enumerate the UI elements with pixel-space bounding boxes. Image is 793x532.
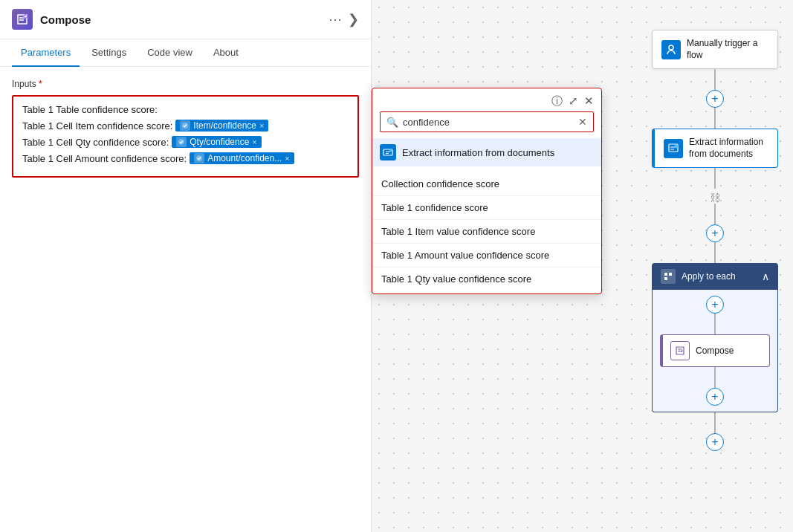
inputs-label: Inputs *: [12, 79, 359, 89]
node-extract-info[interactable]: Extract information from documents: [652, 129, 778, 168]
chip-close-3[interactable]: ×: [285, 154, 289, 163]
popup-list: Collection confidence score Table 1 conf…: [372, 169, 601, 293]
connector-5: [714, 242, 716, 263]
node-icon-manually-trigger: [661, 40, 681, 59]
apply-inner: + Compose +: [652, 290, 778, 412]
svg-rect-9: [664, 273, 667, 276]
svg-point-0: [23, 14, 27, 19]
popup-list-item-3[interactable]: Table 1 Amount value confidence score: [372, 244, 601, 267]
popup-list-item-4[interactable]: Table 1 Qty value confidence score: [372, 267, 601, 291]
search-input[interactable]: [403, 117, 574, 128]
search-bar[interactable]: 🔍 ✕: [380, 111, 594, 132]
row3-text: Table 1 Cell Qty confidence score:: [22, 137, 169, 148]
connector-3: [714, 168, 716, 189]
node-label-extract: Extract information from documents: [689, 137, 768, 160]
search-icon: 🔍: [386, 117, 398, 128]
chip-label-3: Amount/confiden...: [207, 153, 282, 163]
popup-list-item-0[interactable]: Collection confidence score: [372, 172, 601, 196]
close-popup-icon[interactable]: ✕: [584, 94, 594, 108]
svg-rect-11: [664, 277, 667, 280]
clear-search-icon[interactable]: ✕: [578, 116, 587, 128]
node-compose-inner[interactable]: Compose: [660, 334, 770, 367]
connector-4: [714, 204, 716, 224]
tabs-bar: Parameters Settings Code view About: [0, 39, 371, 67]
input-row-1: Table 1 Table confidence score:: [22, 104, 349, 115]
panel-header: Compose ⋯ ❯: [0, 0, 371, 39]
tab-about[interactable]: About: [204, 39, 247, 67]
chip-icon-2: [176, 137, 187, 147]
node-label-compose: Compose: [696, 346, 734, 357]
inputs-box[interactable]: Table 1 Table confidence score: Table 1 …: [12, 95, 359, 178]
svg-point-8: [675, 144, 679, 148]
connector-inner: [714, 314, 716, 334]
input-row-2: Table 1 Cell Item confidence score: Item…: [22, 120, 349, 132]
popup-header-icons: ⓘ ⤢ ✕: [551, 94, 594, 108]
compose-panel-icon: [12, 9, 33, 30]
add-btn-2[interactable]: +: [706, 224, 724, 242]
dropdown-popup: ⓘ ⤢ ✕ 🔍 ✕ Extract information from docum…: [372, 88, 602, 294]
chip-icon-3: [194, 153, 204, 163]
panel-content: Inputs * Table 1 Table confidence score:…: [0, 67, 371, 532]
popup-selected-item[interactable]: Extract information from documents: [372, 138, 601, 166]
flow-area: Manually trigger a flow + Extract inform…: [652, 30, 778, 451]
add-btn-1[interactable]: +: [706, 90, 724, 108]
tab-parameters[interactable]: Parameters: [12, 39, 80, 67]
svg-point-6: [669, 45, 673, 50]
svg-rect-10: [669, 273, 672, 276]
more-options-icon[interactable]: ⋯: [328, 13, 342, 26]
node-manually-trigger[interactable]: Manually trigger a flow: [652, 30, 778, 69]
apply-to-each-header[interactable]: Apply to each ∧: [652, 263, 778, 290]
row2-text: Table 1 Cell Item confidence score:: [22, 120, 172, 132]
popup-header: ⓘ ⤢ ✕: [372, 88, 601, 111]
svg-point-5: [389, 149, 392, 152]
panel-actions: ⋯ ❯: [328, 13, 359, 26]
node-icon-compose: [670, 341, 690, 360]
chip-label-1: Item/confidence: [193, 120, 256, 131]
connector-1: [714, 69, 716, 90]
connector-6: [714, 412, 716, 433]
add-btn-after-compose[interactable]: +: [706, 388, 724, 406]
row4-text: Table 1 Cell Amount confidence score:: [22, 153, 187, 164]
selected-item-icon: [380, 144, 396, 160]
row1-text: Table 1 Table confidence score:: [22, 104, 158, 115]
chip-close-1[interactable]: ×: [259, 121, 264, 130]
connector-after-compose: [714, 367, 716, 388]
selected-item-label: Extract information from documents: [402, 147, 554, 158]
collapse-apply-icon[interactable]: ∧: [762, 270, 769, 282]
input-row-4: Table 1 Cell Amount confidence score: Am…: [22, 152, 349, 164]
connector-2: [714, 108, 716, 129]
input-row-3: Table 1 Cell Qty confidence score: Qty/c…: [22, 136, 349, 148]
collapse-panel-icon[interactable]: ❯: [348, 13, 359, 26]
node-label-manually-trigger: Manually trigger a flow: [687, 38, 768, 61]
chip-label-2: Qty/confidence: [190, 137, 249, 147]
popup-list-item-1[interactable]: Table 1 confidence score: [372, 196, 601, 220]
chip-item-confidence[interactable]: Item/confidence ×: [175, 120, 268, 132]
info-icon[interactable]: ⓘ: [551, 94, 563, 108]
link-icon[interactable]: ⛓: [710, 192, 720, 204]
chip-icon-1: [180, 120, 190, 131]
tab-settings[interactable]: Settings: [82, 39, 135, 67]
tab-codeview[interactable]: Code view: [138, 39, 201, 67]
apply-each-icon: [661, 269, 676, 284]
expand-icon[interactable]: ⤢: [569, 94, 578, 108]
apply-each-title: Apply to each: [682, 271, 736, 282]
node-icon-extract: [664, 139, 683, 158]
popup-list-item-2[interactable]: Table 1 Item value confidence score: [372, 220, 601, 244]
apply-container: Apply to each ∧ + Compose: [652, 263, 778, 412]
add-btn-bottom[interactable]: +: [706, 433, 724, 451]
chip-close-2[interactable]: ×: [252, 137, 256, 146]
chip-amount-confidence[interactable]: Amount/confiden... ×: [190, 152, 294, 164]
panel-title: Compose: [40, 13, 328, 26]
left-panel: Compose ⋯ ❯ Parameters Settings Code vie…: [0, 0, 372, 532]
chip-qty-confidence[interactable]: Qty/confidence ×: [172, 136, 261, 148]
add-btn-inner[interactable]: +: [706, 296, 724, 314]
